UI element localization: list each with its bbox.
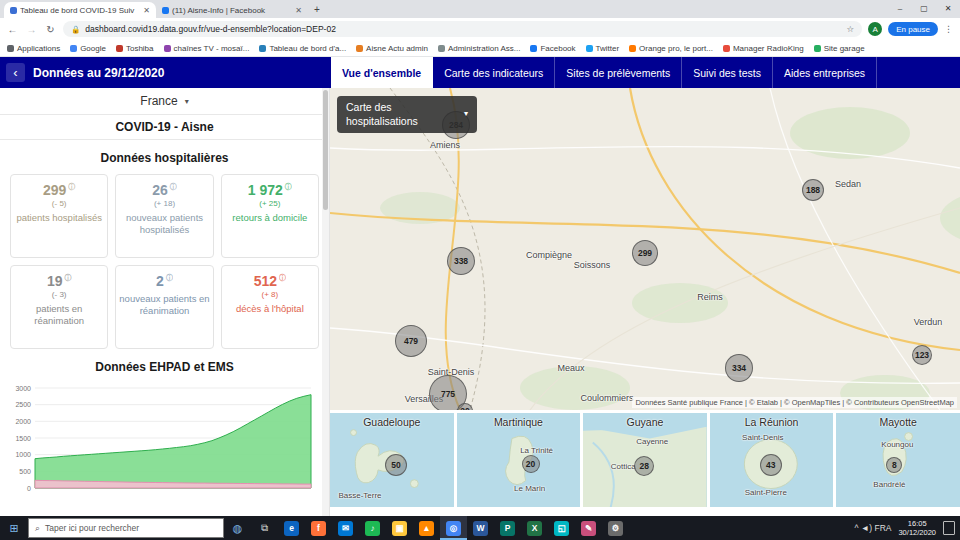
territory-map-la-r-union[interactable]: La RéunionSaint-DenisSaint-Pierre43: [710, 413, 834, 507]
tab-favicon: [162, 7, 169, 14]
location-selector[interactable]: France ▾: [0, 88, 329, 115]
profile-avatar[interactable]: A: [868, 22, 882, 36]
territory-bubble[interactable]: 50: [385, 454, 407, 476]
refresh-icon[interactable]: ↻: [44, 24, 57, 35]
map-attribution: Données Santé publique France | © Etalab…: [632, 397, 957, 408]
publisher-taskbar-icon[interactable]: P: [494, 516, 521, 540]
bookmark-item[interactable]: Twitter: [586, 44, 620, 53]
mail-taskbar-icon[interactable]: ✉: [332, 516, 359, 540]
scrollbar-thumb[interactable]: [323, 90, 328, 210]
main-content: France ▾ COVID-19 - Aisne Données hospit…: [0, 88, 960, 516]
bookmark-item[interactable]: Google: [70, 44, 106, 53]
bookmark-favicon: [814, 45, 821, 52]
hospitalisation-bubble[interactable]: 188: [802, 179, 824, 201]
bookmark-star-icon[interactable]: ☆: [847, 24, 855, 34]
info-icon[interactable]: ⓘ: [68, 183, 75, 190]
nav-tab-suivi-des-tests[interactable]: Suivi des tests: [682, 57, 773, 88]
place-label: Meaux: [557, 363, 584, 373]
tab-close-icon[interactable]: ✕: [293, 6, 302, 15]
hospitalisation-bubble[interactable]: 479: [395, 325, 427, 357]
chrome-taskbar-icon[interactable]: ◎: [440, 516, 467, 540]
bookmark-favicon: [164, 45, 171, 52]
bookmark-label: Site garage: [824, 44, 865, 53]
territory-map-guyane[interactable]: GuyaneCayenneCottica28: [583, 413, 707, 507]
territory-title: Guadeloupe: [330, 416, 454, 428]
close-icon[interactable]: ✕: [936, 0, 960, 17]
paint-taskbar-icon[interactable]: ✎: [575, 516, 602, 540]
hospitalisation-bubble[interactable]: 123: [912, 345, 932, 365]
spotify-taskbar-icon[interactable]: ♪: [359, 516, 386, 540]
excel-taskbar-icon[interactable]: X: [521, 516, 548, 540]
start-button[interactable]: ⊞: [0, 516, 28, 540]
sync-pause-button[interactable]: En pause: [888, 22, 938, 36]
browser-menu-icon[interactable]: ⋮: [944, 24, 954, 34]
firefox-taskbar-icon[interactable]: f: [305, 516, 332, 540]
bookmark-item[interactable]: Administration Ass...: [438, 44, 520, 53]
info-icon[interactable]: ⓘ: [285, 183, 292, 190]
stat-label: nouveaux patients hospitalisés: [119, 212, 209, 237]
stat-value: 19ⓘ: [14, 273, 104, 289]
bookmark-favicon: [356, 45, 363, 52]
stat-value: 299ⓘ: [14, 182, 104, 198]
hospitalisation-bubble[interactable]: 299: [632, 240, 658, 266]
explorer-taskbar-icon[interactable]: ▣: [386, 516, 413, 540]
bookmark-item[interactable]: Site garage: [814, 44, 865, 53]
nav-tab-aides-entreprises[interactable]: Aides entreprises: [773, 57, 877, 88]
hospitalisation-bubble[interactable]: 334: [725, 354, 753, 382]
bookmark-item[interactable]: Facebook: [530, 44, 575, 53]
bookmark-item[interactable]: Toshiba: [116, 44, 154, 53]
bookmark-item[interactable]: chaînes TV - mosaï...: [164, 44, 250, 53]
page-title: Données au 29/12/2020: [33, 66, 164, 80]
stat-card: 512ⓘ(+ 8)décès à l'hôpital: [221, 265, 319, 349]
territory-bubble[interactable]: 8: [886, 457, 902, 473]
browser-tab[interactable]: (11) Aisne-Info | Facebook✕: [156, 2, 308, 18]
tab-close-icon[interactable]: ✕: [141, 6, 150, 15]
info-icon[interactable]: ⓘ: [170, 183, 177, 190]
new-tab-button[interactable]: +: [308, 2, 326, 18]
photos-taskbar-icon[interactable]: ◱: [548, 516, 575, 540]
tray-icons[interactable]: ^ ◄) FRA: [854, 523, 891, 533]
word-taskbar-icon[interactable]: W: [467, 516, 494, 540]
bookmark-item[interactable]: Tableau de bord d'a...: [259, 44, 346, 53]
bookmark-item[interactable]: Manager RadioKing: [723, 44, 804, 53]
bookmark-item[interactable]: Aisne Actu admin: [356, 44, 428, 53]
bookmark-item[interactable]: Applications: [7, 44, 60, 53]
stat-value: 26ⓘ: [119, 182, 209, 198]
map-layer-selector[interactable]: Carte des hospitalisations ▾: [337, 96, 477, 133]
cortana-icon[interactable]: ◍: [224, 516, 251, 540]
forward-icon[interactable]: →: [25, 24, 38, 35]
territory-map-martinique[interactable]: MartiniqueLa TrinitéLe Marin20: [457, 413, 581, 507]
browser-tab[interactable]: Tableau de bord COVID-19 Suiv✕: [4, 2, 156, 18]
tab-title: Tableau de bord COVID-19 Suiv: [20, 6, 138, 15]
task-view-icon[interactable]: ⧉: [251, 516, 278, 540]
notification-center-icon[interactable]: [943, 521, 955, 535]
territory-map-mayotte[interactable]: MayotteKoungouBandrélé8: [836, 413, 960, 507]
settings-taskbar-icon[interactable]: ⚙: [602, 516, 629, 540]
info-icon[interactable]: ⓘ: [64, 274, 71, 281]
territory-bubble[interactable]: 20: [522, 455, 540, 473]
territory-title: Guyane: [583, 416, 707, 428]
nav-tab-sites-de-pr-l-vements[interactable]: Sites de prélèvements: [555, 57, 682, 88]
stat-value: 2ⓘ: [119, 273, 209, 289]
vlc-taskbar-icon[interactable]: ▲: [413, 516, 440, 540]
territory-bubble[interactable]: 43: [760, 454, 782, 476]
svg-text:1500: 1500: [15, 435, 31, 442]
stat-delta: (- 5): [14, 199, 104, 208]
info-icon[interactable]: ⓘ: [279, 274, 286, 281]
back-icon[interactable]: ←: [6, 24, 19, 35]
territory-bubble[interactable]: 28: [634, 456, 654, 476]
minimize-icon[interactable]: –: [888, 0, 912, 17]
edge-taskbar-icon[interactable]: e: [278, 516, 305, 540]
territory-map-guadeloupe[interactable]: GuadeloupeBasse-Terre50: [330, 413, 454, 507]
nav-tab-carte-des-indicateurs[interactable]: Carte des indicateurs: [433, 57, 555, 88]
bookmark-item[interactable]: Orange pro, le port...: [629, 44, 713, 53]
hospitalisation-bubble[interactable]: 338: [447, 247, 475, 275]
back-button[interactable]: ‹: [6, 63, 25, 82]
taskbar-clock[interactable]: 16:05 30/12/2020: [898, 519, 936, 538]
maximize-icon[interactable]: ▢: [912, 0, 936, 17]
map-canvas[interactable]: Carte des hospitalisations ▾ 28418829933…: [330, 88, 960, 410]
url-field[interactable]: 🔒 dashboard.covid19.data.gouv.fr/vue-d-e…: [63, 21, 862, 37]
taskbar-search[interactable]: ⌕ Taper ici pour rechercher: [28, 518, 224, 538]
info-icon[interactable]: ⓘ: [166, 274, 173, 281]
nav-tab-vue-d-ensemble[interactable]: Vue d'ensemble: [331, 57, 433, 88]
